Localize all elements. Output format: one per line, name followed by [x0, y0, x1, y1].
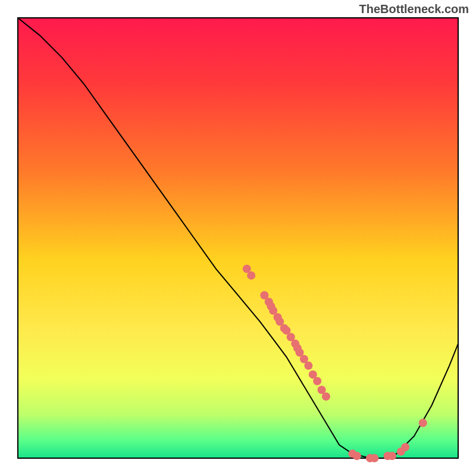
chart-container: TheBottleneck.com [0, 0, 476, 476]
data-marker [304, 362, 312, 370]
data-marker [370, 454, 378, 462]
data-marker [419, 419, 427, 427]
data-marker [322, 392, 330, 400]
watermark-text: TheBottleneck.com [359, 2, 469, 16]
data-marker [388, 452, 396, 460]
data-marker [313, 377, 321, 386]
data-marker [247, 271, 255, 280]
data-marker [401, 443, 409, 452]
chart-svg [0, 0, 476, 476]
data-marker [353, 452, 361, 460]
